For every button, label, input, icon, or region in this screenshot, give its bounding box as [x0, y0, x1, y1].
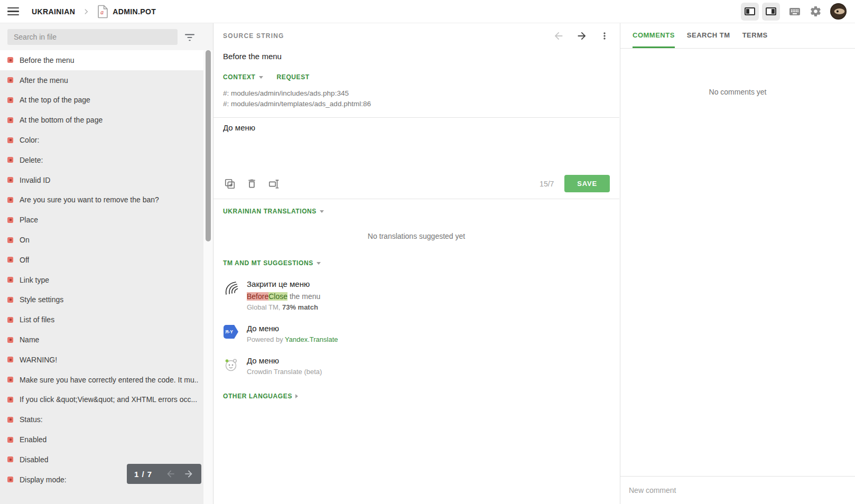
yandex-translate-link[interactable]: Yandex.Translate [285, 335, 338, 343]
previous-string-icon[interactable] [553, 30, 564, 42]
toggle-right-panel-button[interactable] [762, 3, 780, 21]
search-input[interactable] [7, 29, 178, 45]
list-item[interactable]: Place [0, 210, 203, 230]
clear-translation-button[interactable] [267, 177, 281, 191]
more-options-icon[interactable] [599, 31, 610, 41]
source-strings-list: Before the menu After the menu At the to… [0, 50, 203, 504]
suggestion-text: До меню [247, 356, 322, 365]
list-item-label: Disabled [20, 455, 48, 464]
source-string-block: Before the menu CONTEXT REQUEST #: modul… [213, 49, 619, 118]
list-item[interactable]: WARNING! [0, 350, 203, 370]
list-item[interactable]: At the top of the page [0, 90, 203, 110]
list-item[interactable]: Name [0, 330, 203, 350]
source-string-label: SOURCE STRING [223, 32, 284, 40]
list-item[interactable]: Color: [0, 130, 203, 150]
suggestion-text: До меню [247, 324, 338, 333]
breadcrumb-language[interactable]: UKRAINIAN [32, 7, 75, 16]
caret-down-icon [259, 76, 263, 79]
avatar[interactable] [830, 3, 847, 20]
context-label: CONTEXT [223, 73, 256, 81]
tab-terms[interactable]: TERMS [742, 23, 768, 48]
list-item-label: On [20, 236, 30, 244]
file-icon: a [97, 5, 108, 18]
caret-down-icon [317, 262, 321, 265]
list-item[interactable]: Make sure you have correctly entered the… [0, 370, 203, 390]
tab-search-tm[interactable]: SEARCH TM [687, 23, 730, 48]
translation-input[interactable]: До меню [223, 123, 610, 174]
list-item-label: Place [20, 216, 38, 224]
delete-translation-button[interactable] [245, 177, 258, 190]
list-item-label: Link type [20, 276, 49, 284]
untranslated-status-icon [7, 97, 13, 103]
list-item[interactable]: Delete: [0, 150, 203, 170]
save-button[interactable]: SAVE [564, 175, 610, 192]
yandex-translate-icon: Я-Y [223, 324, 239, 343]
list-item[interactable]: Before the menu [0, 50, 203, 70]
menu-icon[interactable] [7, 5, 20, 18]
list-item-label: Are you sure you want to remove the ban? [20, 195, 159, 204]
other-languages-toggle[interactable]: OTHER LANGUAGES [223, 393, 610, 400]
list-item-label: Invalid ID [20, 176, 50, 184]
right-panel-layout-icon [766, 7, 776, 15]
tab-comments[interactable]: COMMENTS [633, 23, 675, 48]
untranslated-status-icon [7, 197, 13, 203]
list-item-label: If you click &quot;View&quot; and XHTML … [20, 395, 197, 404]
toggle-left-panel-button[interactable] [741, 3, 759, 21]
request-context-link[interactable]: REQUEST [277, 73, 310, 81]
list-item[interactable]: List of files [0, 310, 203, 330]
list-item[interactable]: Status: [0, 409, 203, 430]
list-item[interactable]: Enabled [0, 430, 203, 450]
chevron-right-icon [82, 8, 90, 15]
untranslated-status-icon [7, 137, 13, 143]
next-string-icon[interactable] [576, 30, 588, 42]
comments-panel: COMMENTS SEARCH TM TERMS No comments yet [620, 23, 855, 504]
list-item-label: Off [20, 256, 29, 264]
list-item-label: Delete: [20, 156, 43, 164]
list-item[interactable]: Are you sure you want to remove the ban? [0, 190, 203, 210]
untranslated-status-icon [7, 397, 13, 403]
untranslated-status-icon [7, 337, 13, 343]
strings-sidebar: Before the menu After the menu At the to… [0, 23, 213, 504]
other-languages-label: OTHER LANGUAGES [223, 393, 292, 400]
file-reference: #: modules/admin/includes/ads.php:345 [223, 88, 610, 99]
list-item[interactable]: Style settings [0, 290, 203, 310]
mt-suggestion-row[interactable]: Я-Y До меню Powered by Yandex.Translate [223, 324, 610, 343]
breadcrumb-file[interactable]: ADMIN.POT [113, 7, 156, 16]
list-item-label: Color: [20, 136, 39, 144]
list-item-label: After the menu [20, 76, 68, 85]
page-indicator: 1 / 7 [134, 470, 152, 479]
untranslated-status-icon [7, 177, 13, 183]
diff-removed: Before [247, 292, 268, 301]
list-item[interactable]: If you click &quot;View&quot; and XHTML … [0, 390, 203, 410]
list-item[interactable]: Link type [0, 270, 203, 290]
untranslated-status-icon [7, 477, 13, 482]
translation-block: До меню 15/7 SAVE [213, 118, 619, 199]
filter-button[interactable] [184, 32, 196, 42]
next-page-icon[interactable] [183, 469, 194, 479]
sidebar-scrollbar-thumb[interactable] [206, 50, 211, 241]
tm-mt-suggestions-section-toggle[interactable]: TM AND MT SUGGESTIONS [223, 259, 321, 267]
previous-page-icon[interactable] [165, 469, 176, 479]
search-row [0, 23, 213, 50]
suggestion-meta: Powered by Yandex.Translate [247, 335, 338, 343]
caret-down-icon [320, 210, 324, 213]
list-item-label: Name [20, 335, 39, 344]
mt-suggestion-row[interactable]: До меню Crowdin Translate (beta) [223, 356, 610, 376]
settings-gear-icon[interactable] [810, 5, 822, 17]
new-comment-input[interactable] [620, 477, 855, 504]
context-dropdown[interactable]: CONTEXT [223, 73, 263, 81]
list-item[interactable]: Invalid ID [0, 170, 203, 190]
list-item[interactable]: Off [0, 250, 203, 270]
copy-source-button[interactable] [223, 177, 237, 191]
list-item[interactable]: After the menu [0, 70, 203, 90]
suggestions-section-title: TM AND MT SUGGESTIONS [223, 259, 313, 267]
list-item-label: At the bottom of the page [20, 116, 103, 124]
list-item[interactable]: On [0, 230, 203, 250]
untranslated-status-icon [7, 456, 13, 462]
global-tm-icon [223, 279, 239, 311]
tm-suggestion-row[interactable]: Закрити це меню BeforeClose the menu Glo… [223, 279, 610, 311]
keyboard-shortcuts-icon[interactable] [788, 5, 801, 18]
ukrainian-translations-section-toggle[interactable]: UKRAINIAN TRANSLATIONS [223, 208, 324, 215]
list-item[interactable]: At the bottom of the page [0, 110, 203, 130]
translations-section-title: UKRAINIAN TRANSLATIONS [223, 208, 317, 215]
